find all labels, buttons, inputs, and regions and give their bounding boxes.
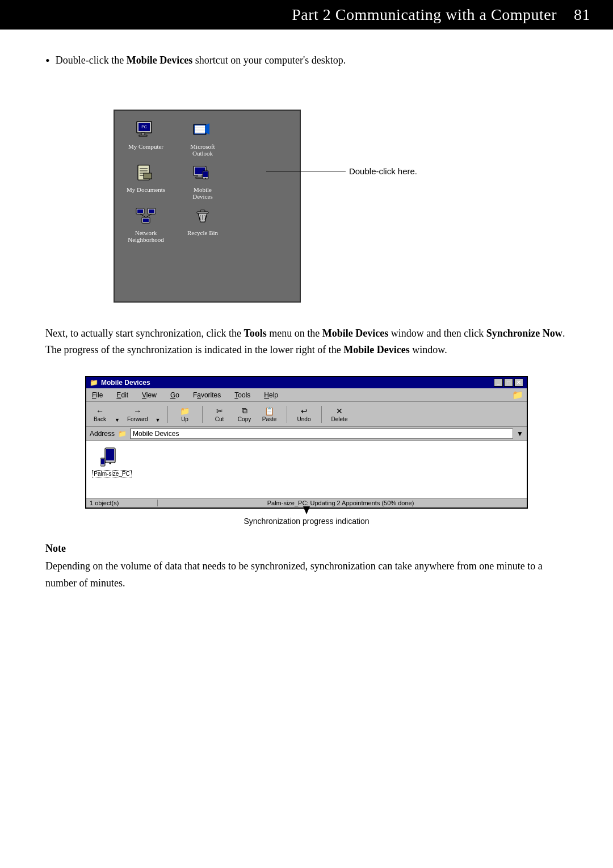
menu-help[interactable]: Help	[262, 391, 280, 400]
progress-arrow	[303, 506, 310, 515]
cut-label: Cut	[215, 416, 224, 422]
svg-point-23	[205, 178, 206, 179]
address-dropdown[interactable]: ▼	[517, 430, 523, 438]
recycle-bin-label: Recycle Bin	[187, 229, 218, 236]
outlook-icon	[192, 119, 213, 141]
status-progress: Palm-size_PC: Updating 2 Appointments (5…	[158, 500, 523, 506]
toolbar-sep3	[287, 406, 287, 423]
svg-rect-33	[200, 210, 205, 212]
copy-button[interactable]: ⧉ Copy	[234, 404, 255, 424]
para-bold3: Synchronize Now	[486, 328, 562, 339]
page-header: Part 2 Communicating with a Computer 81	[0, 0, 613, 30]
svg-rect-3	[139, 135, 147, 136]
desktop-icon-mobile-devices: MobileDevices	[180, 162, 225, 200]
bullet-text-before: Double-click the	[56, 54, 127, 66]
para-text2: menu on the	[267, 328, 322, 339]
window-controls[interactable]: _ □ ✕	[494, 379, 523, 387]
paste-button[interactable]: 📋 Paste	[259, 405, 280, 424]
address-field[interactable]: Mobile Devices	[130, 429, 513, 439]
forward-button[interactable]: → Forward	[124, 405, 151, 424]
window-menubar: File Edit View Go Favorites Tools Help 📁	[86, 388, 527, 402]
desktop-icon-outlook: MicrosoftOutlook	[180, 119, 225, 157]
my-documents-label: My Documents	[127, 186, 165, 193]
copy-icon: ⧉	[242, 406, 247, 416]
window-icon-right: 📁	[512, 389, 523, 400]
desktop-icon-my-computer: PC My Computer	[123, 119, 169, 157]
window-toolbar: ← Back ▼ → Forward ▼ 📁 Up ✂ Cut ⧉ Copy	[86, 402, 527, 427]
delete-label: Delete	[331, 416, 348, 422]
page-number: 81	[574, 6, 590, 23]
svg-rect-27	[149, 209, 154, 213]
svg-rect-25	[137, 209, 143, 213]
close-button[interactable]: ✕	[514, 379, 523, 387]
window-body: Palm-size_PC	[86, 441, 527, 498]
minimize-button[interactable]: _	[494, 379, 503, 387]
undo-icon: ↩	[301, 406, 308, 416]
toolbar-sep1	[167, 406, 168, 423]
back-button[interactable]: ← Back	[90, 405, 110, 424]
para-text3: window and then click	[388, 328, 486, 339]
desktop-icon-recycle-bin: Recycle Bin	[180, 206, 225, 243]
menu-tools[interactable]: Tools	[232, 391, 253, 400]
mobile-devices-icon	[192, 162, 213, 184]
header-title: Part 2 Communicating with a Computer	[292, 6, 557, 23]
svg-line-30	[140, 214, 146, 217]
menu-favorites[interactable]: Favorites	[191, 391, 223, 400]
undo-button[interactable]: ↩ Undo	[294, 405, 314, 424]
network-neighborhood-icon	[135, 206, 157, 227]
delete-icon: ✕	[336, 406, 343, 416]
double-click-annotation: Double-click here.	[266, 166, 417, 176]
svg-line-31	[146, 214, 152, 217]
para-bold1: Tools	[243, 328, 266, 339]
sync-label: Synchronization progress indication	[45, 517, 568, 526]
svg-point-36	[110, 463, 111, 464]
menu-go[interactable]: Go	[168, 391, 182, 400]
desktop-icon-network-neighborhood: NetworkNeighborhood	[123, 206, 169, 243]
palm-size-pc-icon[interactable]: Palm-size_PC	[92, 447, 132, 477]
address-bar: Address 📁 Mobile Devices ▼	[86, 427, 527, 441]
up-icon: 📁	[180, 406, 190, 416]
forward-label: Forward	[127, 416, 148, 422]
my-computer-icon: PC	[135, 119, 157, 141]
svg-rect-35	[106, 449, 114, 460]
bullet-bold: Mobile Devices	[127, 54, 192, 66]
paste-label: Paste	[262, 416, 277, 422]
toolbar-sep2	[202, 406, 203, 423]
window-title-icon: 📁	[90, 379, 98, 387]
menu-file[interactable]: File	[90, 391, 105, 400]
annotation-line	[266, 171, 346, 171]
window-statusbar: 1 object(s) Palm-size_PC: Updating 2 App…	[86, 498, 527, 508]
window-titlebar: 📁 Mobile Devices _ □ ✕	[86, 377, 527, 388]
my-documents-icon	[135, 162, 157, 184]
svg-rect-16	[144, 173, 152, 179]
note-text: Depending on the volume of data that nee…	[45, 558, 568, 592]
svg-text:PC: PC	[141, 125, 147, 129]
mobile-devices-label: MobileDevices	[192, 186, 212, 200]
network-neighborhood-label: NetworkNeighborhood	[128, 229, 164, 243]
toolbar-sep4	[321, 406, 322, 423]
my-computer-label: My Computer	[128, 143, 163, 150]
desktop-icon-my-documents: My Documents	[123, 162, 169, 200]
undo-label: Undo	[297, 416, 311, 422]
menu-edit[interactable]: Edit	[114, 391, 131, 400]
bullet-dot: •	[45, 52, 50, 70]
menu-view[interactable]: View	[140, 391, 159, 400]
maximize-button[interactable]: □	[504, 379, 513, 387]
bullet-item: • Double-click the Mobile Devices shortc…	[45, 52, 568, 70]
status-objects: 1 object(s)	[90, 500, 158, 506]
svg-rect-22	[203, 171, 208, 177]
para-text5: window.	[410, 344, 447, 355]
up-label: Up	[181, 416, 188, 422]
bullet-section: • Double-click the Mobile Devices shortc…	[45, 52, 568, 70]
svg-rect-2	[141, 133, 145, 135]
up-button[interactable]: 📁 Up	[175, 405, 195, 424]
address-label: Address	[90, 430, 115, 438]
forward-icon: →	[133, 406, 141, 416]
annotation-text: Double-click here.	[349, 166, 417, 176]
recycle-bin-icon	[192, 206, 213, 227]
cut-button[interactable]: ✂ Cut	[209, 405, 230, 424]
note-title: Note	[45, 543, 568, 555]
cut-icon: ✂	[216, 406, 223, 416]
delete-button[interactable]: ✕ Delete	[329, 405, 351, 424]
back-icon: ←	[96, 406, 104, 416]
